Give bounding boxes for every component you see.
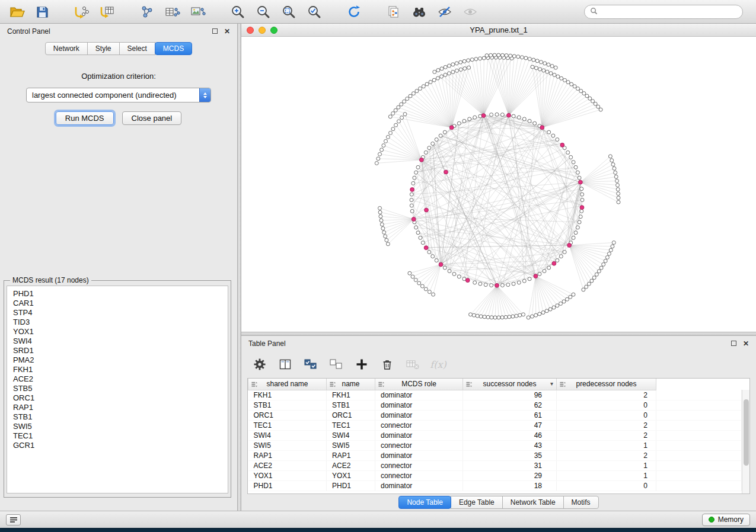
mcds-result-item[interactable]: STB5 xyxy=(13,384,228,393)
cell-predecessors[interactable]: 1 xyxy=(557,460,656,470)
zoom-fit-button[interactable] xyxy=(278,2,299,21)
hide-selected-button[interactable] xyxy=(434,2,455,21)
column-header-predecessor-nodes[interactable]: predecessor nodes xyxy=(557,379,656,390)
mcds-result-item[interactable]: PMA2 xyxy=(13,355,228,365)
cell-successors[interactable]: 61 xyxy=(463,410,557,420)
column-header-MCDS-role[interactable]: MCDS role xyxy=(375,379,463,390)
mcds-result-item[interactable]: GCR1 xyxy=(13,441,228,450)
vertical-splitter[interactable] xyxy=(237,24,241,511)
tab-node-table[interactable]: Node Table xyxy=(398,496,451,509)
cell-successors[interactable]: 43 xyxy=(463,440,557,450)
window-close-icon[interactable] xyxy=(247,27,254,34)
cell-name[interactable]: SWI4 xyxy=(327,430,375,440)
mcds-result-item[interactable]: SWI4 xyxy=(13,336,228,346)
scrollbar-thumb[interactable] xyxy=(744,399,749,466)
cell-predecessors[interactable]: 2 xyxy=(557,420,656,430)
cell-shared_name[interactable]: PHD1 xyxy=(248,480,327,491)
close-panel-icon[interactable] xyxy=(224,28,230,35)
mcds-result-item[interactable]: ACE2 xyxy=(13,374,228,384)
window-minimize-icon[interactable] xyxy=(259,27,266,34)
run-mcds-button[interactable]: Run MCDS xyxy=(56,111,114,125)
cell-shared_name[interactable]: ORC1 xyxy=(248,410,327,420)
apply-layout-button[interactable] xyxy=(343,2,365,21)
mcds-result-item[interactable]: CAR1 xyxy=(13,299,228,308)
close-table-panel-icon[interactable] xyxy=(743,340,749,347)
cell-successors[interactable]: 46 xyxy=(463,430,557,440)
import-table-button[interactable] xyxy=(97,2,118,21)
cell-shared_name[interactable]: SWI5 xyxy=(248,440,327,450)
show-columns-button[interactable] xyxy=(275,355,295,373)
cell-predecessors[interactable]: 0 xyxy=(557,480,656,491)
cell-successors[interactable]: 18 xyxy=(463,480,557,491)
cell-successors[interactable]: 62 xyxy=(463,400,557,410)
deselect-all-rows-button[interactable] xyxy=(326,355,346,373)
mcds-result-item[interactable]: FKH1 xyxy=(13,365,228,374)
cell-shared_name[interactable]: FKH1 xyxy=(248,390,327,400)
search-input[interactable] xyxy=(601,8,737,16)
cell-role[interactable]: dominator xyxy=(375,430,463,440)
status-menu-button[interactable] xyxy=(6,514,21,525)
mcds-result-item[interactable]: SWI5 xyxy=(13,422,228,431)
cell-role[interactable]: dominator xyxy=(375,450,463,460)
memory-button[interactable]: Memory xyxy=(702,514,750,526)
open-session-button[interactable] xyxy=(6,2,27,21)
tab-network[interactable]: Network xyxy=(45,42,88,55)
cell-successors[interactable]: 31 xyxy=(463,460,557,470)
table-row[interactable]: SWI4SWI4dominator462 xyxy=(248,430,742,440)
table-row[interactable]: RAP1RAP1dominator352 xyxy=(248,450,742,460)
float-panel-icon[interactable] xyxy=(212,28,218,34)
cell-shared_name[interactable]: SWI4 xyxy=(248,430,327,440)
mcds-result-item[interactable]: YOX1 xyxy=(13,327,228,336)
search-box[interactable] xyxy=(584,5,743,19)
cell-name[interactable]: STB1 xyxy=(327,400,375,410)
cell-predecessors[interactable]: 2 xyxy=(557,390,656,400)
cell-successors[interactable]: 96 xyxy=(463,390,557,400)
cell-shared_name[interactable]: RAP1 xyxy=(248,450,327,460)
delete-columns-button[interactable] xyxy=(377,355,397,373)
column-settings-button[interactable] xyxy=(250,355,270,373)
tab-edge-table[interactable]: Edge Table xyxy=(451,496,503,509)
table-row[interactable]: PHD1PHD1dominator180 xyxy=(248,480,742,491)
new-network-button[interactable] xyxy=(136,2,158,21)
tab-select[interactable]: Select xyxy=(119,42,155,55)
cell-successors[interactable]: 47 xyxy=(463,420,557,430)
cell-role[interactable]: dominator xyxy=(375,480,463,491)
cell-role[interactable]: connector xyxy=(375,460,463,470)
mcds-result-item[interactable]: STP4 xyxy=(13,308,228,318)
cell-predecessors[interactable]: 2 xyxy=(557,450,656,460)
cell-name[interactable]: FKH1 xyxy=(327,390,375,400)
select-all-rows-button[interactable] xyxy=(301,355,321,373)
cell-name[interactable]: YOX1 xyxy=(327,470,375,480)
export-image-button[interactable] xyxy=(187,2,209,21)
cell-shared_name[interactable]: YOX1 xyxy=(248,470,327,480)
mcds-result-item[interactable]: SRD1 xyxy=(13,346,228,355)
cell-predecessors[interactable]: 1 xyxy=(557,440,656,450)
table-row[interactable]: ORC1ORC1dominator610 xyxy=(248,410,742,420)
table-row[interactable]: STB1STB1dominator620 xyxy=(248,400,742,410)
cell-role[interactable]: dominator xyxy=(375,390,463,400)
cell-name[interactable]: SWI5 xyxy=(327,440,375,450)
window-maximize-icon[interactable] xyxy=(270,27,277,34)
tab-style[interactable]: Style xyxy=(87,42,120,55)
float-table-panel-icon[interactable] xyxy=(731,341,736,346)
cell-role[interactable]: connector xyxy=(375,470,463,480)
tab-motifs[interactable]: Motifs xyxy=(563,496,599,509)
zoom-selected-button[interactable] xyxy=(304,2,325,21)
combo-stepper-icon[interactable] xyxy=(199,88,210,102)
find-button[interactable] xyxy=(409,2,430,21)
cell-role[interactable]: dominator xyxy=(375,410,463,420)
column-header-successor-nodes[interactable]: successor nodes▾ xyxy=(463,379,557,390)
mcds-result-item[interactable]: TEC1 xyxy=(13,431,228,441)
table-row[interactable]: SWI5SWI5connector431 xyxy=(248,440,742,450)
network-graph[interactable] xyxy=(241,37,756,332)
network-canvas[interactable] xyxy=(241,37,756,332)
cell-shared_name[interactable]: TEC1 xyxy=(248,420,327,430)
cell-name[interactable]: ACE2 xyxy=(327,460,375,470)
table-row[interactable]: FKH1FKH1dominator962 xyxy=(248,390,742,400)
tab-network-table[interactable]: Network Table xyxy=(502,496,564,509)
cell-successors[interactable]: 35 xyxy=(463,450,557,460)
close-panel-button[interactable]: Close panel xyxy=(122,111,182,125)
zoom-in-button[interactable] xyxy=(227,2,248,21)
cell-name[interactable]: RAP1 xyxy=(327,450,375,460)
cell-shared_name[interactable]: STB1 xyxy=(248,400,327,410)
